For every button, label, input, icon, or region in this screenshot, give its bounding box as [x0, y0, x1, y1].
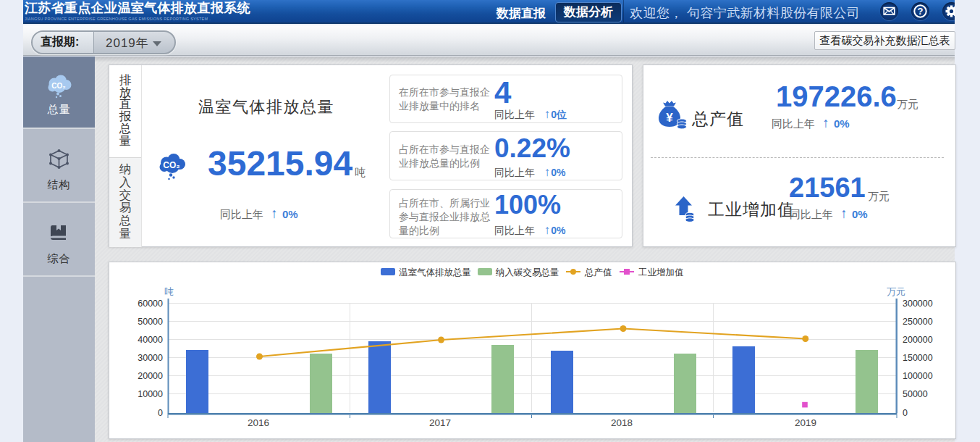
svg-text:100000: 100000	[903, 371, 933, 381]
svg-text:50000: 50000	[138, 317, 163, 327]
svg-text:150000: 150000	[903, 353, 933, 363]
svg-text:40000: 40000	[138, 335, 163, 345]
svg-text:温室气体排放总量: 温室气体排放总量	[399, 267, 471, 278]
svg-text:吨: 吨	[164, 286, 174, 297]
svg-text:20000: 20000	[138, 371, 163, 381]
svg-text:万元: 万元	[887, 286, 905, 297]
svg-text:¥: ¥	[666, 111, 673, 125]
svg-text:60000: 60000	[138, 299, 163, 309]
svg-text:0: 0	[903, 408, 908, 418]
svg-text:纳入碳交易总量: 纳入碳交易总量	[495, 267, 559, 278]
svg-text:10000: 10000	[138, 389, 163, 399]
svg-text:工业增加值: 工业增加值	[638, 267, 684, 278]
svg-text:50000: 50000	[903, 389, 928, 399]
svg-text:300000: 300000	[903, 299, 933, 309]
svg-text:总产值: 总产值	[584, 267, 612, 278]
svg-text:30000: 30000	[138, 353, 163, 363]
svg-text:250000: 250000	[903, 317, 933, 327]
svg-text:2016: 2016	[248, 417, 269, 428]
svg-text:2017: 2017	[429, 417, 451, 428]
svg-text:2019: 2019	[795, 417, 816, 428]
svg-text:200000: 200000	[903, 335, 933, 345]
svg-text:CO₂: CO₂	[51, 82, 65, 90]
svg-text:?: ?	[918, 6, 924, 17]
svg-text:CO₂: CO₂	[163, 160, 179, 170]
svg-text:2018: 2018	[611, 417, 633, 428]
svg-text:0: 0	[158, 408, 163, 418]
